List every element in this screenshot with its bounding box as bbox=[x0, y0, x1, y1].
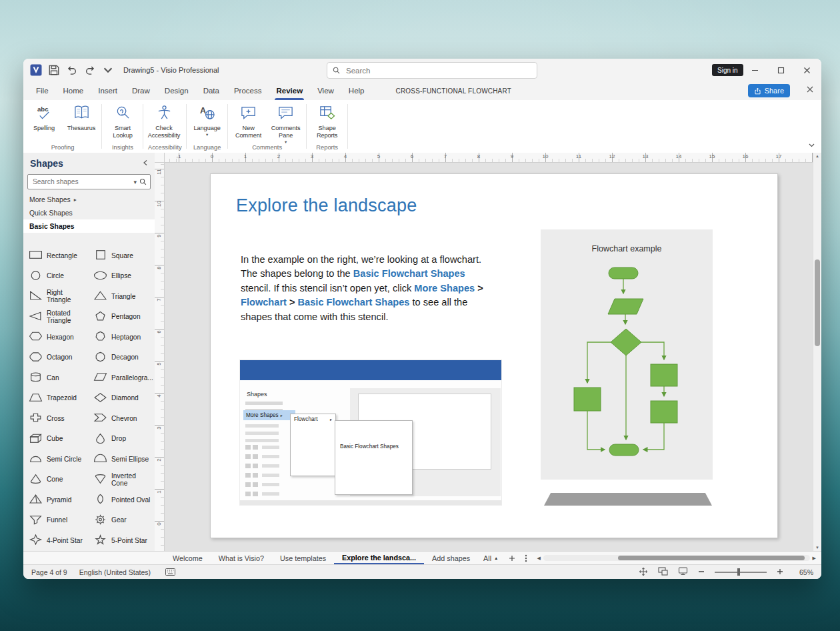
tab-help[interactable]: Help bbox=[341, 81, 372, 100]
zoom-out-button[interactable] bbox=[698, 568, 705, 576]
shape-pyramid[interactable]: Pyramid bbox=[25, 490, 89, 511]
shape-cube[interactable]: Cube bbox=[25, 430, 89, 450]
pan-zoom-icon[interactable] bbox=[658, 567, 668, 577]
shape-rectangle[interactable]: Rectangle bbox=[25, 246, 89, 267]
shape-ellipse[interactable]: Ellipse bbox=[89, 267, 154, 287]
spelling-button[interactable]: abcSpelling bbox=[25, 101, 63, 132]
scroll-left-icon[interactable]: ◀ bbox=[535, 556, 543, 561]
tab-draw[interactable]: Draw bbox=[125, 81, 157, 100]
fc-decision-diamond[interactable] bbox=[611, 329, 641, 356]
shape-pointed-oval[interactable]: Pointed Oval bbox=[89, 490, 154, 511]
zoom-in-button[interactable] bbox=[777, 568, 783, 576]
app-search-box[interactable] bbox=[327, 62, 537, 79]
shape-square[interactable]: Square bbox=[89, 246, 154, 267]
flowchart-example-panel[interactable]: Flowchart example bbox=[541, 229, 713, 480]
redo-icon[interactable] bbox=[84, 64, 96, 76]
fc-terminator-start[interactable] bbox=[609, 267, 638, 279]
tab-data[interactable]: Data bbox=[196, 81, 227, 100]
shape-parallelogra[interactable]: Parallelogra... bbox=[89, 368, 154, 389]
shape-reports-button[interactable]: Shape Reports bbox=[309, 101, 346, 139]
sign-in-button[interactable]: Sign in bbox=[712, 64, 743, 76]
page-tab-welcome[interactable]: Welcome bbox=[165, 552, 211, 564]
zoom-level[interactable]: 65% bbox=[793, 568, 813, 576]
shape-circle[interactable]: Circle bbox=[25, 267, 89, 287]
page-number-indicator[interactable]: Page 4 of 9 bbox=[31, 568, 67, 576]
shape-trapezoid[interactable]: Trapezoid bbox=[25, 389, 89, 410]
fc-terminator-end[interactable] bbox=[609, 444, 639, 456]
shape-chevron[interactable]: Chevron bbox=[89, 409, 154, 430]
new-comment-button[interactable]: New Comment bbox=[230, 101, 267, 139]
presentation-mode-icon[interactable] bbox=[678, 567, 688, 577]
close-document-button[interactable] bbox=[807, 86, 813, 94]
keyboard-icon[interactable] bbox=[165, 568, 175, 576]
shape-cross[interactable]: Cross bbox=[25, 409, 89, 430]
page-options-button[interactable] bbox=[520, 552, 532, 564]
drawing-canvas[interactable]: Explore the landscape In the example on … bbox=[164, 162, 813, 551]
tab-insert[interactable]: Insert bbox=[91, 81, 125, 100]
tab-file[interactable]: File bbox=[29, 81, 56, 100]
close-button[interactable] bbox=[794, 59, 820, 81]
tab-home[interactable]: Home bbox=[56, 81, 91, 100]
chevron-down-icon[interactable]: ▾ bbox=[133, 179, 137, 185]
shape-semi-ellipse[interactable]: Semi Ellipse bbox=[89, 450, 154, 470]
shape-funnel[interactable]: Funnel bbox=[25, 511, 89, 532]
shape-semi-circle[interactable]: Semi Circle bbox=[25, 450, 89, 470]
zoom-slider-thumb[interactable] bbox=[737, 568, 740, 576]
language-indicator[interactable]: English (United States) bbox=[79, 568, 151, 576]
fc-process-right-2[interactable] bbox=[651, 401, 677, 423]
insert-page-button[interactable] bbox=[504, 552, 520, 564]
fc-data-parallelogram[interactable] bbox=[608, 299, 643, 314]
page-tab-explore-the-landsca[interactable]: Explore the landsca... bbox=[334, 552, 424, 564]
drawing-page[interactable]: Explore the landscape In the example on … bbox=[210, 173, 778, 538]
scroll-up-icon[interactable]: ▲ bbox=[813, 154, 821, 158]
tab-view[interactable]: View bbox=[310, 81, 341, 100]
shape-diamond[interactable]: Diamond bbox=[89, 389, 154, 410]
shape-drop[interactable]: Drop bbox=[89, 430, 154, 450]
fc-process-right-1[interactable] bbox=[651, 364, 677, 386]
vertical-scrollbar[interactable]: ▲ ▼ bbox=[813, 153, 821, 551]
tab-process[interactable]: Process bbox=[227, 81, 269, 100]
fc-process-left[interactable] bbox=[574, 388, 601, 411]
thesaurus-button[interactable]: Thesaurus bbox=[63, 101, 100, 132]
shape-inverted-cone[interactable]: Inverted Cone bbox=[89, 470, 154, 491]
fit-page-icon[interactable] bbox=[639, 567, 648, 578]
shapes-search-box[interactable]: ▾ bbox=[27, 174, 151, 189]
shapes-nav-quick-shapes[interactable]: Quick Shapes bbox=[23, 206, 155, 219]
page-tab-use-templates[interactable]: Use templates bbox=[272, 552, 334, 564]
page-paragraph[interactable]: In the example on the right, we’re looki… bbox=[241, 253, 493, 324]
collapse-shapes-panel-button[interactable] bbox=[143, 159, 148, 167]
tab-review[interactable]: Review bbox=[269, 81, 310, 100]
language-button[interactable]: ALanguage▾ bbox=[189, 101, 226, 137]
shape-rotated-triangle[interactable]: Rotated Triangle bbox=[25, 307, 89, 328]
shapes-nav-basic-shapes[interactable]: Basic Shapes bbox=[23, 219, 155, 233]
comments-pane-button[interactable]: Comments Pane▾ bbox=[267, 101, 305, 144]
shapes-menu-screenshot[interactable]: Shapes More Shapes▸ Flowchart▸ Basic Flo… bbox=[239, 360, 502, 506]
horizontal-scroll-thumb[interactable] bbox=[618, 556, 805, 560]
zoom-slider[interactable] bbox=[715, 568, 767, 576]
shape-hexagon[interactable]: Hexagon bbox=[25, 328, 89, 348]
customize-qat-chevron-icon[interactable] bbox=[102, 64, 114, 76]
flowchart-example-graphic[interactable] bbox=[541, 229, 713, 480]
share-button[interactable]: Share bbox=[748, 84, 790, 97]
scroll-down-icon[interactable]: ▼ bbox=[813, 546, 821, 550]
shape-right-triangle[interactable]: Right Triangle bbox=[25, 287, 89, 307]
shape-5-point-star[interactable]: 5-Point Star bbox=[89, 531, 154, 551]
shape-gear[interactable]: Gear bbox=[89, 511, 154, 532]
shape-cone[interactable]: Cone bbox=[25, 470, 89, 491]
all-pages-button[interactable]: All▲ bbox=[478, 552, 503, 564]
horizontal-scrollbar[interactable]: ◀ ▶ bbox=[535, 552, 819, 564]
contextual-tab-cross-functional-flowchart[interactable]: CROSS-FUNCTIONAL FLOWCHART bbox=[396, 81, 512, 100]
scroll-right-icon[interactable]: ▶ bbox=[810, 556, 819, 561]
tab-design[interactable]: Design bbox=[157, 81, 196, 100]
shape-octagon[interactable]: Octagon bbox=[25, 348, 89, 369]
shape-4-point-star[interactable]: 4-Point Star bbox=[25, 531, 89, 551]
maximize-button[interactable] bbox=[768, 59, 794, 81]
undo-icon[interactable] bbox=[66, 64, 78, 76]
search-input[interactable] bbox=[345, 66, 507, 75]
shapes-nav-more-shapes[interactable]: More Shapes▸ bbox=[23, 193, 155, 206]
shapes-search-icon[interactable] bbox=[139, 178, 147, 185]
shape-heptagon[interactable]: Heptagon bbox=[89, 328, 154, 348]
vertical-scroll-thumb[interactable] bbox=[815, 259, 820, 346]
collapse-ribbon-button[interactable] bbox=[808, 139, 815, 151]
horizontal-scroll-track[interactable] bbox=[543, 555, 810, 561]
